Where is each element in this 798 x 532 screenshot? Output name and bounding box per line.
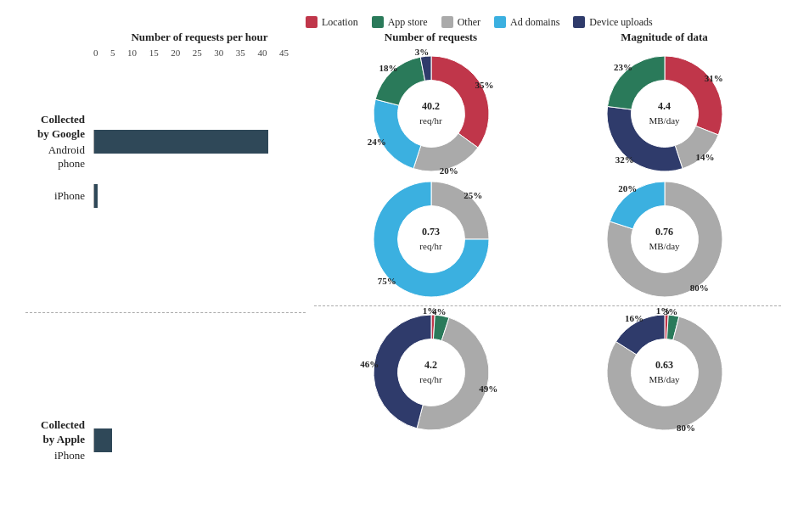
bar-track [93,428,289,452]
legend-swatch [494,16,506,28]
legend-label: App store [388,16,428,29]
pct-label: 80% [677,423,695,433]
legend-item: Ad domains [494,16,559,29]
legend-item: Location [306,16,358,29]
bar-section: Collectedby GoogleAndroidphoneiPhoneColl… [25,59,306,517]
mag-donut-wrap: 4.4MB/day31%14%32%23% [605,54,724,173]
main-container: LocationApp storeOtherAd domainsDevice u… [8,8,790,525]
bar-fill [94,130,268,154]
col-header-magnitude: Magnitude of data [597,31,733,44]
mag-donut-wrap: 0.63MB/day1%3%80%16% [605,313,724,432]
pct-label: 24% [368,137,386,147]
pct-label: 80% [690,283,709,293]
req-donut-wrap: 40.2req/hr35%20%24%18%3% [372,54,491,173]
bar-fill [94,428,112,452]
req-donut-wrap: 0.73req/hr25%75% [372,180,491,299]
bar-chart-area: Number of requests per hour 051015202530… [17,31,306,517]
req-donut-wrap: 4.2req/hr1%4%49%46% [372,313,491,432]
mag-donut-wrap: 0.76MB/day80%20% [605,180,724,299]
chart-body: Number of requests per hour 051015202530… [17,31,781,517]
bar-row: iPhone [25,184,306,208]
legend-label: Device uploads [589,16,652,29]
axis-labels: 051015202530354045 [93,48,289,58]
legend-label: Other [458,16,480,29]
legend-swatch [372,16,384,28]
col-headers: Number of requests Magnitude of data [314,31,781,44]
pct-label: 20% [440,165,458,176]
group-label: Collectedby Apple [41,418,85,447]
donut-svg [372,313,491,432]
group-apple: Collectedby AppleiPhone [25,412,306,469]
donut-section: 40.2req/hr35%20%24%18%3%4.4MB/day31%14%3… [314,48,781,439]
legend-swatch [441,16,453,28]
pct-label: 46% [360,359,379,369]
device-label: Androidphone [48,143,85,171]
donut-row: 4.2req/hr1%4%49%46%0.63MB/day1%3%80%16% [314,313,781,432]
pct-label: 31% [705,73,723,83]
bar-track [93,130,289,154]
pct-label: 75% [378,276,396,286]
pct-label: 3% [664,306,678,316]
group-label: Collectedby Google [37,113,85,142]
donut-svg [605,313,724,432]
pct-label: 20% [618,183,637,193]
legend: LocationApp storeOtherAd domainsDevice u… [306,16,781,29]
legend-swatch [573,16,585,28]
bar-row: Collectedby GoogleAndroidphone [25,113,306,171]
donut-svg [605,180,724,299]
section-divider [25,312,306,313]
pct-label: 49% [479,384,497,394]
pct-label: 32% [615,154,634,165]
donut-row: 0.73req/hr25%75%0.76MB/day80%20% [314,180,781,299]
pct-label: 25% [464,190,482,200]
legend-swatch [306,16,318,28]
legend-label: Ad domains [510,16,559,29]
bar-track [93,184,289,208]
legend-item: App store [372,16,428,29]
bar-fill [94,184,98,208]
pct-label: 18% [379,63,397,73]
pct-label: 35% [475,80,493,90]
legend-item: Device uploads [573,16,652,29]
charts-divider [314,305,781,306]
charts-area: Number of requests Magnitude of data 40.… [306,31,781,517]
device-label: iPhone [54,449,85,462]
legend-item: Other [441,16,480,29]
pct-label: 16% [625,313,643,323]
pct-label: 3% [415,47,430,57]
legend-label: Location [322,16,358,29]
group-google: Collectedby GoogleAndroidphoneiPhone [25,106,306,215]
col-header-requests: Number of requests [363,31,499,44]
pct-label: 14% [696,152,715,162]
bar-chart-title: Number of requests per hour [93,31,306,44]
bar-row: Collectedby AppleiPhone [25,418,306,462]
pct-label: 4% [432,306,447,316]
device-label: iPhone [54,189,85,203]
pct-label: 23% [614,62,632,72]
donut-row: 40.2req/hr35%20%24%18%3%4.4MB/day31%14%3… [314,54,781,173]
axis-row: 051015202530354045 [93,48,306,58]
